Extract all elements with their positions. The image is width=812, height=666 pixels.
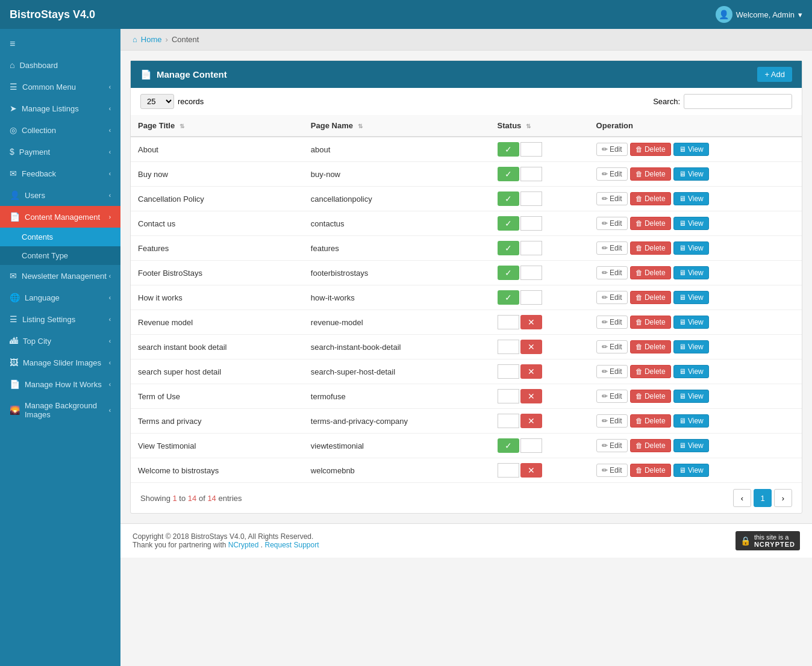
breadcrumb-home-link[interactable]: Home	[141, 35, 162, 44]
sidebar-item-common-menu[interactable]: ☰ Common Menu ‹	[0, 76, 120, 98]
view-button[interactable]: 🖥 View	[673, 365, 709, 378]
sidebar-item-content-management[interactable]: 📄 Content Management ›	[0, 206, 120, 228]
edit-button[interactable]: ✏ Edit	[596, 316, 628, 329]
sidebar-subitem-content-type[interactable]: Content Type	[0, 246, 120, 265]
status-toggle-off-button[interactable]	[520, 241, 542, 255]
delete-button[interactable]: 🗑 Delete	[630, 365, 671, 378]
search-input[interactable]	[684, 94, 792, 109]
delete-button[interactable]: 🗑 Delete	[630, 192, 671, 205]
sidebar-item-manage-how-it-works[interactable]: 📄 Manage How It Works ‹	[0, 373, 120, 395]
status-toggle-off-button[interactable]: ✕	[520, 340, 542, 354]
delete-button[interactable]: 🗑 Delete	[630, 291, 671, 304]
cell-status: ✓	[490, 285, 589, 310]
pagination-prev-button[interactable]: ‹	[733, 489, 751, 507]
user-info[interactable]: 👤 Welcome, Admin ▾	[716, 6, 802, 23]
status-toggle-on-button[interactable]	[498, 389, 519, 403]
status-toggle-on-button[interactable]: ✓	[498, 142, 519, 157]
sidebar-item-top-city[interactable]: 🏙 Top City ‹	[0, 330, 120, 352]
edit-button[interactable]: ✏ Edit	[596, 414, 628, 428]
status-toggle-on-button[interactable]: ✓	[498, 438, 519, 453]
view-button[interactable]: 🖥 View	[673, 143, 709, 156]
view-button[interactable]: 🖥 View	[673, 192, 709, 205]
edit-button[interactable]: ✏ Edit	[596, 241, 628, 255]
sidebar-subitem-contents[interactable]: Contents	[0, 228, 120, 246]
sidebar-item-manage-background-images[interactable]: 🌄 Manage Background Images ‹	[0, 395, 120, 425]
status-toggle-off-button[interactable]	[520, 142, 542, 157]
delete-button[interactable]: 🗑 Delete	[630, 167, 671, 181]
status-toggle-off-button[interactable]	[520, 191, 542, 206]
status-toggle-off-button[interactable]: ✕	[520, 414, 542, 428]
status-toggle-on-button[interactable]: ✓	[498, 290, 519, 305]
edit-button[interactable]: ✏ Edit	[596, 143, 628, 156]
status-toggle-on-button[interactable]: ✓	[498, 167, 519, 181]
status-toggle-off-button[interactable]: ✕	[520, 463, 542, 478]
status-toggle-on-button[interactable]: ✓	[498, 241, 519, 255]
status-toggle-on-button[interactable]: ✓	[498, 266, 519, 280]
view-button[interactable]: 🖥 View	[673, 291, 709, 304]
edit-button[interactable]: ✏ Edit	[596, 167, 628, 181]
delete-button[interactable]: 🗑 Delete	[630, 316, 671, 329]
status-toggle-off-button[interactable]	[520, 167, 542, 181]
view-button[interactable]: 🖥 View	[673, 414, 709, 428]
status-toggle-on-button[interactable]	[498, 340, 519, 354]
edit-button[interactable]: ✏ Edit	[596, 192, 628, 205]
pagination-page-1-button[interactable]: 1	[754, 489, 772, 507]
status-toggle-on-button[interactable]	[498, 364, 519, 379]
sidebar-item-users[interactable]: 👤 Users ‹	[0, 184, 120, 206]
sidebar-item-collection[interactable]: ◎ Collection ‹	[0, 119, 120, 141]
view-button[interactable]: 🖥 View	[673, 266, 709, 279]
status-toggle-off-button[interactable]	[520, 216, 542, 231]
edit-button[interactable]: ✏ Edit	[596, 340, 628, 353]
status-toggle-off-button[interactable]	[520, 290, 542, 305]
cell-status: ✓	[490, 162, 589, 187]
status-toggle-on-button[interactable]	[498, 463, 519, 478]
view-button[interactable]: 🖥 View	[673, 464, 709, 477]
delete-button[interactable]: 🗑 Delete	[630, 464, 671, 477]
sidebar-item-listing-settings[interactable]: ☰ Listing Settings ‹	[0, 308, 120, 330]
status-toggle-off-button[interactable]: ✕	[520, 315, 542, 329]
sidebar-item-feedback[interactable]: ✉ Feedback ‹	[0, 163, 120, 184]
edit-button[interactable]: ✏ Edit	[596, 365, 628, 378]
sidebar-item-newsletter-management[interactable]: ✉ Newsletter Management ‹	[0, 265, 120, 287]
status-toggle-off-button[interactable]	[520, 438, 542, 453]
status-toggle-on-button[interactable]	[498, 414, 519, 428]
edit-button[interactable]: ✏ Edit	[596, 291, 628, 304]
status-toggle-on-button[interactable]: ✓	[498, 216, 519, 231]
sidebar-item-dashboard[interactable]: ⌂ Dashboard	[0, 54, 120, 76]
view-button[interactable]: 🖥 View	[673, 217, 709, 230]
view-button[interactable]: 🖥 View	[673, 390, 709, 403]
sidebar-item-manage-listings[interactable]: ➤ Manage Listings ‹	[0, 98, 120, 119]
delete-button[interactable]: 🗑 Delete	[630, 266, 671, 279]
view-button[interactable]: 🖥 View	[673, 167, 709, 181]
status-toggle-off-button[interactable]: ✕	[520, 389, 542, 403]
delete-button[interactable]: 🗑 Delete	[630, 439, 671, 452]
view-button[interactable]: 🖥 View	[673, 316, 709, 329]
view-button[interactable]: 🖥 View	[673, 340, 709, 353]
edit-button[interactable]: ✏ Edit	[596, 390, 628, 403]
status-toggle-on-button[interactable]: ✓	[498, 191, 519, 206]
pagination-next-button[interactable]: ›	[774, 489, 792, 507]
status-toggle-on-button[interactable]	[498, 315, 519, 329]
delete-button[interactable]: 🗑 Delete	[630, 217, 671, 230]
edit-button[interactable]: ✏ Edit	[596, 217, 628, 230]
records-per-page-select[interactable]: 25 10 50 100	[140, 94, 174, 109]
delete-button[interactable]: 🗑 Delete	[630, 390, 671, 403]
delete-button[interactable]: 🗑 Delete	[630, 414, 671, 428]
sidebar-item-language[interactable]: 🌐 Language ‹	[0, 287, 120, 308]
view-button[interactable]: 🖥 View	[673, 241, 709, 255]
status-toggle-off-button[interactable]: ✕	[520, 364, 542, 379]
sidebar-item-payment[interactable]: $ Payment ‹	[0, 141, 120, 163]
delete-button[interactable]: 🗑 Delete	[630, 241, 671, 255]
edit-button[interactable]: ✏ Edit	[596, 464, 628, 477]
delete-button[interactable]: 🗑 Delete	[630, 340, 671, 353]
partner-link[interactable]: NCrypted	[228, 541, 259, 549]
support-link[interactable]: Request Support	[264, 541, 319, 549]
delete-button[interactable]: 🗑 Delete	[630, 143, 671, 156]
sidebar-item-manage-slider-images[interactable]: 🖼 Manage Slider Images ‹	[0, 352, 120, 373]
view-button[interactable]: 🖥 View	[673, 439, 709, 452]
sidebar-toggle-button[interactable]: ≡	[0, 34, 120, 54]
add-button[interactable]: + Add	[757, 67, 792, 82]
edit-button[interactable]: ✏ Edit	[596, 439, 628, 452]
edit-button[interactable]: ✏ Edit	[596, 266, 628, 279]
status-toggle-off-button[interactable]	[520, 266, 542, 280]
